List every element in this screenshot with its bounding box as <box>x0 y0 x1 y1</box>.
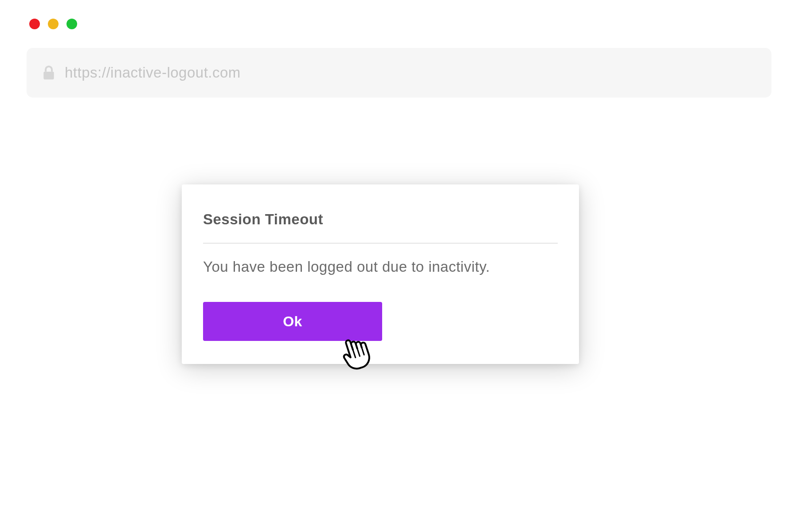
ok-button-label: Ok <box>283 313 302 330</box>
dialog-message: You have been logged out due to inactivi… <box>203 258 558 275</box>
browser-window: https://inactive-logout.com Session Time… <box>0 0 798 532</box>
close-window-button[interactable] <box>29 19 40 29</box>
ok-button[interactable]: Ok <box>203 302 382 341</box>
window-controls <box>0 0 798 29</box>
lock-icon <box>43 65 55 80</box>
dialog-divider <box>203 243 558 243</box>
url-text: https://inactive-logout.com <box>65 64 241 81</box>
svg-rect-0 <box>43 72 54 80</box>
dialog-title: Session Timeout <box>203 211 558 228</box>
minimize-window-button[interactable] <box>48 19 59 29</box>
session-timeout-dialog: Session Timeout You have been logged out… <box>182 184 579 364</box>
address-bar[interactable]: https://inactive-logout.com <box>27 48 771 98</box>
zoom-window-button[interactable] <box>66 19 77 29</box>
